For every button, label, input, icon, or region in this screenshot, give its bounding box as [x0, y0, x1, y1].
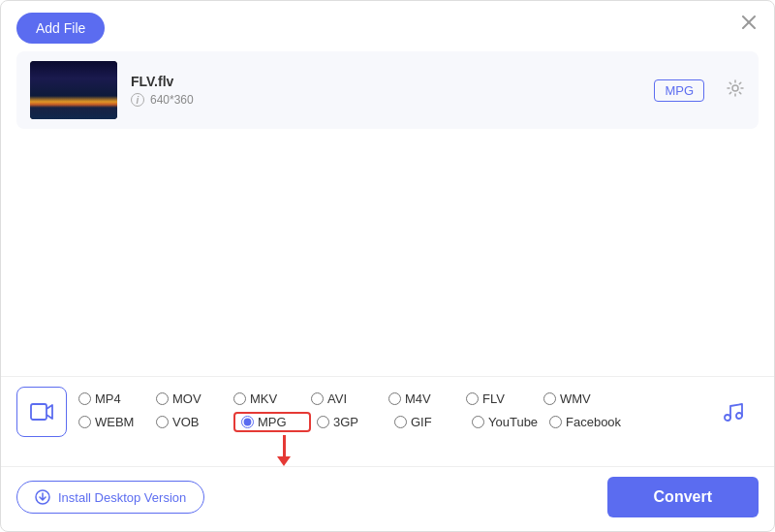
format-option-m4v[interactable]: M4V [388, 391, 466, 406]
file-meta: i 640*360 [131, 93, 640, 107]
file-resolution: 640*360 [150, 93, 194, 107]
file-info: FLV.flv i 640*360 [131, 74, 640, 107]
convert-button[interactable]: Convert [607, 477, 759, 517]
arrow-container [1, 437, 774, 466]
format-options: MP4 MOV MKV AVI M4V FLV WM [78, 387, 700, 437]
format-option-3gp[interactable]: 3GP [317, 415, 394, 429]
format-option-webm[interactable]: WEBM [78, 415, 156, 429]
format-option-avi[interactable]: AVI [311, 391, 388, 406]
format-option-mp4[interactable]: MP4 [78, 391, 156, 406]
format-option-mkv[interactable]: MKV [233, 391, 311, 406]
install-button[interactable]: Install Desktop Version [16, 481, 204, 514]
action-bar: Install Desktop Version Convert [1, 466, 774, 531]
format-panel: MP4 MOV MKV AVI M4V FLV WM [1, 376, 774, 437]
format-option-mov[interactable]: MOV [156, 391, 233, 406]
info-icon: i [131, 93, 144, 107]
close-button[interactable] [739, 13, 759, 32]
settings-icon[interactable] [726, 78, 745, 103]
format-option-facebook[interactable]: Facebook [549, 415, 627, 429]
add-file-button[interactable]: Add File [16, 13, 105, 44]
format-option-mpg[interactable]: MPG [233, 412, 311, 432]
svg-rect-3 [31, 404, 46, 420]
file-name: FLV.flv [131, 74, 640, 89]
music-format-icon[interactable] [708, 387, 759, 437]
format-row-2: WEBM VOB MPG 3GP GIF YouTube [78, 412, 700, 432]
file-thumbnail [30, 61, 117, 119]
format-option-flv[interactable]: FLV [466, 391, 543, 406]
install-label: Install Desktop Version [58, 490, 186, 505]
video-format-icon[interactable] [16, 387, 67, 437]
format-badge[interactable]: MPG [654, 79, 704, 102]
red-arrow [277, 435, 291, 466]
format-row-1: MP4 MOV MKV AVI M4V FLV WM [78, 391, 700, 406]
format-option-gif[interactable]: GIF [394, 415, 472, 429]
format-option-wmv[interactable]: WMV [543, 391, 621, 406]
format-option-vob[interactable]: VOB [156, 415, 233, 429]
main-window: Add File FLV.flv i 640*360 MPG [0, 0, 775, 532]
svg-point-4 [725, 415, 730, 421]
svg-point-2 [732, 85, 738, 91]
file-list: FLV.flv i 640*360 MPG [1, 51, 774, 214]
file-item: FLV.flv i 640*360 MPG [16, 51, 759, 129]
top-bar: Add File [1, 1, 774, 51]
format-option-youtube[interactable]: YouTube [472, 415, 549, 429]
